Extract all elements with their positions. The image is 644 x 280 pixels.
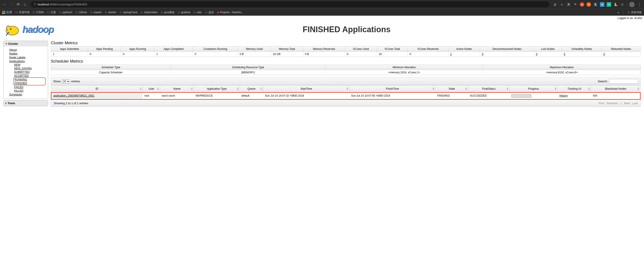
bookmark-folder[interactable]: 🗀监控	[205, 10, 214, 14]
apps-table: ID▲▼User▲▼Name▲▼Application Type▲▼Queue▲…	[51, 85, 641, 100]
folder-icon: 🗀	[161, 11, 163, 14]
bookmark-folder[interactable]: 🗀grafana	[178, 11, 190, 14]
svg-point-1	[10, 28, 12, 30]
apps-column-header[interactable]: Queue▲▼	[240, 85, 263, 93]
bookmark-folder[interactable]: 🗀百度	[47, 10, 56, 14]
apps-column-header[interactable]: Application Type▲▼	[194, 85, 240, 93]
forward-button[interactable]: →	[9, 2, 14, 7]
bookmark-gitlab[interactable]: ◆Projects · Dashbo...	[217, 11, 244, 14]
metrics-link[interactable]: 0	[482, 52, 483, 56]
elephant-icon	[4, 23, 22, 36]
apps-column-header[interactable]: FinishTime▲▼	[349, 85, 436, 93]
apps-column-header[interactable]: Blacklisted Nodes▲▼	[591, 85, 640, 93]
translate-icon[interactable]: 🜀	[553, 2, 558, 7]
bookmark-folder[interactable]: 🗀kubernetes	[140, 11, 157, 14]
url-bar[interactable]: ⓘ localhost:8088/cluster/apps/FINISHED	[31, 1, 549, 7]
bookmark-folder[interactable]: 🗀CSDN	[33, 11, 44, 14]
ext-icon-4[interactable]: S	[593, 2, 598, 7]
home-button[interactable]: ⌂	[22, 2, 27, 7]
apps-column-header[interactable]: FinalStatus▲▼	[468, 85, 510, 93]
apps-column-header[interactable]: Name▲▼	[160, 85, 194, 93]
metrics-link[interactable]: 0	[536, 52, 538, 56]
menu-button[interactable]: ⋮	[637, 2, 642, 7]
nav-state-running[interactable]: RUNNING	[14, 78, 44, 81]
ext-icon-6[interactable]: Q	[607, 2, 611, 7]
metrics-header: Apps Pending	[88, 46, 121, 52]
cluster-nav-box: Cluster About Nodes Node Labels Applicat…	[3, 41, 48, 99]
entries-select[interactable]: 20	[62, 79, 70, 83]
metrics-value: [MEMORY]	[171, 70, 325, 75]
page-next[interactable]: Next	[624, 101, 630, 105]
cluster-header[interactable]: Cluster	[4, 41, 48, 46]
tools-header-label: Tools	[8, 101, 15, 105]
site-info-icon[interactable]: ⓘ	[34, 2, 36, 6]
cell-name: word count	[160, 93, 194, 99]
star-icon[interactable]: ☆	[560, 2, 564, 7]
nav-state-submitted[interactable]: SUBMITTED	[14, 70, 46, 74]
cell-blacklisted: N/A	[591, 93, 640, 99]
nav-state-new-saving[interactable]: NEW_SAVING	[14, 67, 46, 70]
folder-icon: 🗀	[76, 11, 78, 14]
bookmark-icon[interactable]: ⚑	[573, 2, 578, 7]
nav-state-accepted[interactable]: ACCEPTED	[14, 74, 46, 77]
scheduler-metrics-table: Scheduler TypeScheduling Resource TypeMi…	[51, 65, 641, 75]
bookmark-folder[interactable]: 🗀Github	[76, 11, 87, 14]
metrics-link[interactable]: 0	[604, 52, 605, 56]
bookmark-folder[interactable]: 🗀开源中国	[15, 10, 30, 14]
apps-column-header[interactable]: StartTime▲▼	[263, 85, 349, 93]
nav-applications[interactable]: Applications	[9, 59, 46, 63]
ext-icon-7[interactable]: 🐍	[613, 2, 618, 7]
ext-icon-5[interactable]: ▾	[600, 2, 604, 7]
bookmark-folder[interactable]: 🗀springCloud	[120, 11, 138, 14]
nav-nodes[interactable]: Nodes	[9, 52, 46, 55]
bookmark-folder[interactable]: 🗀istio	[193, 11, 202, 14]
hadoop-logo[interactable]: hadoop	[4, 23, 54, 36]
apps-column-header[interactable]: Progress▲▼	[510, 85, 558, 93]
nav-node-labels[interactable]: Node Labels	[9, 55, 46, 59]
page-number[interactable]: 1	[620, 101, 622, 105]
apps-column-header[interactable]: User▲▼	[142, 85, 160, 93]
tracking-link[interactable]: History	[560, 94, 568, 97]
sort-icon: ▲▼	[140, 87, 142, 90]
nav-state-new[interactable]: NEW	[14, 63, 46, 67]
apps-column-header[interactable]: Tracking UI▲▼	[558, 85, 591, 93]
bookmark-folder[interactable]: 🗀docker	[105, 11, 116, 14]
ext-icon-3[interactable]	[586, 2, 591, 7]
sort-icon: ▲▼	[588, 87, 590, 90]
bookmark-folder[interactable]: 🗀maven	[90, 11, 102, 14]
nav-state-failed[interactable]: FAILED	[14, 85, 46, 89]
metrics-link[interactable]: 2	[450, 52, 452, 56]
other-bookmarks[interactable]: 🗀其他书签	[628, 10, 642, 14]
bookmark-folder[interactable]: 🗀java基础	[161, 10, 174, 14]
page-last[interactable]: Last	[632, 101, 638, 105]
apps-shortcut[interactable]: 应用	[2, 10, 12, 14]
cell-finish: Sun Jul 14 14:47:55 +0800 2019	[349, 93, 436, 99]
reload-button[interactable]: ⟳	[16, 2, 20, 7]
bookmark-folder[interactable]: 🗀python3	[59, 11, 72, 14]
ext-icon-1[interactable]: 漫	[566, 2, 571, 7]
metrics-header: Memory Reserved	[303, 46, 345, 52]
back-button[interactable]: ←	[2, 2, 7, 7]
search-input[interactable]	[609, 79, 638, 84]
bookmarks-overflow[interactable]: »	[618, 11, 619, 14]
folder-icon: 🗀	[628, 11, 630, 14]
metrics-value: 1	[51, 52, 88, 57]
metrics-link[interactable]: 0	[564, 52, 565, 56]
apps-column-header[interactable]: State▲▼	[436, 85, 468, 93]
browser-chrome: ← → ⟳ ⌂ ⓘ localhost:8088/cluster/apps/FI…	[0, 0, 644, 16]
profile-avatar[interactable]	[629, 2, 634, 7]
app-id-link[interactable]: application_1563086709622_0001	[53, 94, 94, 97]
page-prev[interactable]: Previous	[607, 101, 618, 105]
apps-column-header[interactable]: ID▲▼	[51, 85, 143, 93]
nav-about[interactable]: About	[9, 48, 46, 52]
entries-label: entries	[72, 80, 80, 83]
divider	[623, 10, 624, 14]
ext-icon-8[interactable]: ⊞	[620, 2, 624, 7]
ext-icon-2[interactable]: ∞	[580, 2, 584, 7]
nav-state-finished[interactable]: FINISHED	[14, 81, 44, 85]
tools-header[interactable]: Tools	[4, 100, 48, 106]
tools-nav-box: Tools	[3, 100, 48, 106]
nav-scheduler[interactable]: Scheduler	[9, 93, 46, 96]
nav-state-killed[interactable]: KILLED	[14, 89, 46, 93]
page-first[interactable]: First	[599, 101, 604, 105]
